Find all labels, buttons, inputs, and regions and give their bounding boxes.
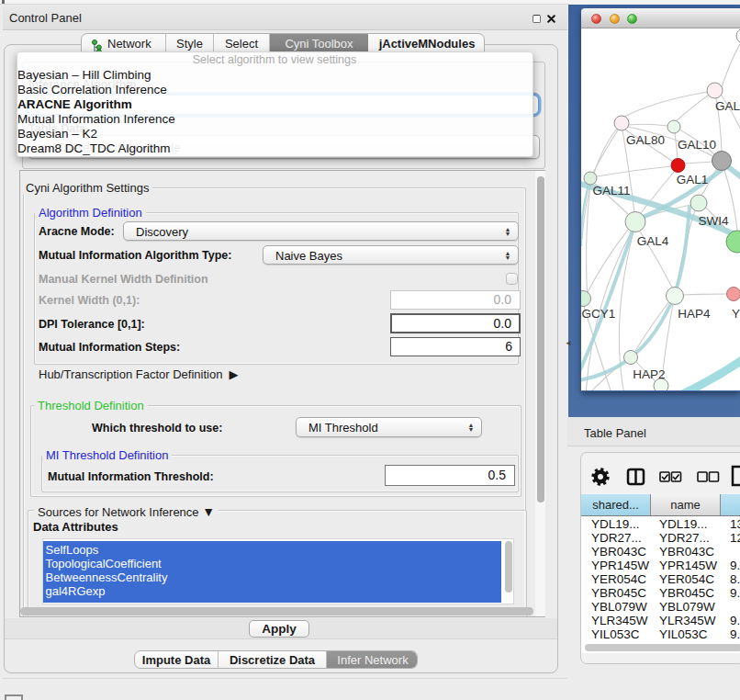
svg-text:HAP4: HAP4 [678, 307, 711, 321]
svg-text:GAL7: GAL7 [715, 99, 740, 113]
svg-text:GAL11: GAL11 [592, 184, 630, 198]
svg-text:HAP2: HAP2 [633, 367, 665, 381]
svg-text:GAL10: GAL10 [678, 138, 716, 152]
svg-text:GAL80: GAL80 [626, 133, 665, 147]
svg-text:Y: Y [732, 307, 740, 321]
svg-text:SWI4: SWI4 [698, 214, 728, 228]
svg-text:GCY1: GCY1 [582, 307, 616, 321]
svg-text:GAL1: GAL1 [677, 173, 709, 186]
svg-text:GAL4: GAL4 [637, 234, 669, 248]
